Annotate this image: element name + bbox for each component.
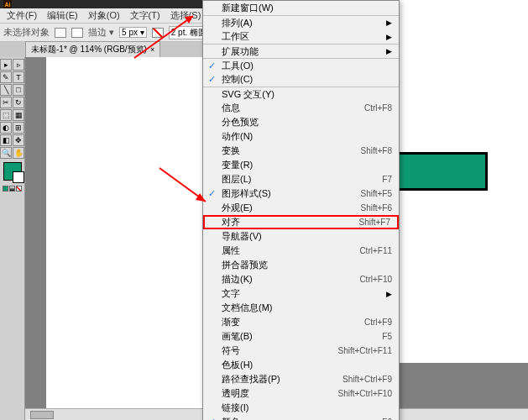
menu-item[interactable]: SVG 交互(Y) [203,87,399,101]
mode-gradient-icon[interactable] [9,186,15,192]
tool-button[interactable]: ▸ [0,59,12,71]
menu-item-label: 外观(E) [222,202,253,214]
menu-shortcut: Shift+Ctrl+F11 [338,346,392,355]
menu-item-label: 对齐 [222,216,240,228]
menu-item[interactable]: 属性Ctrl+F11 [203,244,399,258]
menu-item-label: 排列(A) [222,17,253,29]
menu-object[interactable]: 对象(O) [83,8,125,24]
svg-line-0 [134,16,193,58]
tool-button[interactable]: ◐ [0,122,12,134]
submenu-arrow-icon: ▶ [386,33,392,41]
menu-item[interactable]: 工作区▶ [203,29,399,44]
menu-item[interactable]: 分色预览 [203,115,399,129]
tool-button[interactable]: □ [13,84,24,96]
menu-item-label: SVG 交互(Y) [222,88,274,101]
menu-item-label: 色板(H) [222,359,253,371]
menu-item[interactable]: 变量(R) [203,158,399,172]
menu-item-label: 新建窗口(W) [222,2,274,14]
tool-button[interactable]: ▦ [13,109,24,121]
menu-file[interactable]: 文件(F) [2,8,42,24]
menu-item-label: 图形样式(S) [222,187,271,200]
menu-item[interactable]: 图形样式(S)Shift+F5 [203,186,399,201]
scrollbar-thumb[interactable] [30,411,54,419]
mode-none-icon[interactable] [16,186,22,192]
menu-item[interactable]: 颜色F6 [203,415,399,420]
menu-item[interactable]: 描边(K)Ctrl+F10 [203,272,399,286]
menu-edit[interactable]: 编辑(E) [42,8,83,24]
menu-item[interactable]: 变换Shift+F8 [203,144,399,158]
menu-item-label: 属性 [222,244,240,257]
menu-item[interactable]: 拼合器预览 [203,258,399,272]
tool-button[interactable]: ✎ [0,71,12,83]
menu-item[interactable]: 新建窗口(W) [203,1,399,15]
menu-shortcut: Shift+F7 [358,218,390,227]
tool-button[interactable]: ✥ [13,134,24,146]
tool-button[interactable]: 🔍 [0,147,12,159]
menu-item[interactable]: 透明度Shift+Ctrl+F10 [203,386,399,401]
menu-item-label: 链接(I) [222,402,248,414]
menu-item-label: 信息 [222,102,240,114]
menu-item[interactable]: 导航器(V) [203,229,399,244]
menu-shortcut: Ctrl+F9 [364,318,392,327]
menu-item-label: 渐变 [222,316,240,328]
menu-item[interactable]: 排列(A)▶ [203,15,399,29]
tool-button[interactable]: T [13,71,24,83]
mode-color-icon[interactable] [3,186,8,192]
menu-item-label: 拼合器预览 [222,259,268,271]
menu-shortcut: Shift+Ctrl+F10 [338,389,392,398]
menu-item-label: 图层(L) [222,173,251,186]
menu-shortcut: Ctrl+F8 [364,103,392,113]
menu-item[interactable]: 渐变Ctrl+F9 [203,315,399,329]
svg-marker-1 [185,16,193,24]
menu-item[interactable]: 信息Ctrl+F8 [203,101,399,115]
menu-item-label: 文档信息(M) [222,302,273,314]
menu-shortcut: F5 [382,332,392,341]
tool-button[interactable]: ╲ [0,84,12,96]
menu-item[interactable]: 文字▶ [203,286,399,301]
menu-item-label: 符号 [222,344,240,357]
annotation-arrow-2 [155,164,214,210]
tool-button[interactable]: ⬚ [0,109,12,121]
menu-item[interactable]: 路径查找器(P)Shift+Ctrl+F9 [203,372,399,386]
tool-button[interactable]: ▹ [13,59,24,71]
stroke-swatch-icon[interactable] [71,28,83,38]
menu-item[interactable]: 色板(H) [203,358,399,372]
menu-item-label: 描边(K) [222,273,253,286]
menu-shortcut: Shift+Ctrl+F9 [342,375,392,384]
fill-stroke-swatch[interactable] [3,162,22,181]
submenu-arrow-icon: ▶ [386,47,392,55]
menu-item[interactable]: 符号Shift+Ctrl+F11 [203,344,399,358]
menu-shortcut: Ctrl+F10 [359,275,392,284]
menu-item-label: 工具(O) [222,60,254,72]
submenu-arrow-icon: ▶ [386,290,392,298]
menu-item[interactable]: 工具(O) [203,58,399,72]
selection-status: 未选择对象 [3,26,50,39]
menu-shortcut: Shift+F8 [360,146,392,155]
fill-swatch-icon[interactable] [55,28,66,38]
shape-rectangle[interactable] [397,152,488,191]
tool-button[interactable]: ⊞ [13,122,24,134]
menu-item[interactable]: 图层(L)F7 [203,172,399,186]
menu-item[interactable]: 链接(I) [203,401,399,415]
menu-shortcut: F7 [382,175,392,184]
menu-item[interactable]: 画笔(B)F5 [203,329,399,344]
menu-item[interactable]: 外观(E)Shift+F6 [203,201,399,215]
submenu-arrow-icon: ▶ [386,18,392,27]
menu-item[interactable]: 对齐Shift+F7 [203,215,399,229]
menu-item[interactable]: 动作(N) [203,129,399,144]
tool-button[interactable]: ✂ [0,97,12,108]
menu-item[interactable]: 扩展功能▶ [203,44,399,58]
menu-item[interactable]: 文档信息(M) [203,301,399,315]
tool-button[interactable]: ◧ [0,134,12,146]
tool-button[interactable]: ↻ [13,97,24,108]
menu-item-label: 透明度 [222,387,249,400]
menu-item-label: 路径查找器(P) [222,373,280,386]
stroke-label[interactable]: 描边 ▾ [88,26,114,39]
menu-item-label: 扩展功能 [222,45,259,58]
menu-item-label: 分色预览 [222,116,259,129]
menu-item-label: 变量(R) [222,159,253,171]
window-menu-dropdown: 新建窗口(W)排列(A)▶工作区▶扩展功能▶工具(O)控制(C)SVG 交互(Y… [202,0,400,420]
tool-button[interactable]: ✋ [13,147,24,159]
menu-item[interactable]: 控制(C) [203,72,399,87]
menu-item-label: 颜色 [222,416,240,420]
